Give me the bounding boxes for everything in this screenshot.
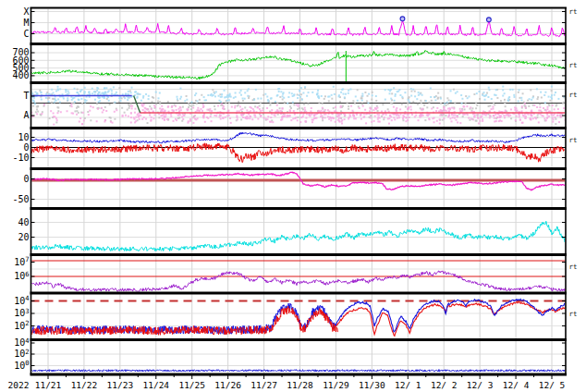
away-dots-dot — [135, 116, 137, 118]
toward-dots-dot — [207, 94, 209, 96]
gray-dots-dot — [299, 107, 300, 109]
gray-dots-dot — [445, 115, 446, 116]
toward-dots-dot — [361, 93, 363, 95]
away-dots-dot — [491, 108, 493, 110]
y-axis-label: 107 — [14, 255, 29, 267]
date-label: 11/22 — [71, 380, 98, 390]
away-dots-dot — [536, 106, 538, 108]
toward-dots-dot — [278, 91, 280, 92]
away-dots-dot — [397, 117, 398, 119]
gray-dots-dot — [190, 108, 192, 110]
toward-dots-dot — [41, 98, 43, 100]
toward-dots-dot — [118, 97, 120, 99]
away-dots-dot — [173, 120, 175, 122]
y-axis-label: T — [23, 91, 29, 101]
away-dots-dot — [324, 114, 325, 116]
gray-dots-dot — [447, 104, 449, 105]
toward-dots-dot — [536, 88, 538, 90]
y-axis-label: X — [23, 6, 29, 17]
toward-dots-dot — [367, 102, 369, 104]
gray-dots-dot — [300, 93, 302, 95]
gray-dots-dot — [159, 103, 161, 104]
gray-dots-dot — [377, 110, 379, 112]
toward-dots-dot — [276, 94, 278, 96]
gray-dots-dot — [479, 98, 481, 100]
away-dots-dot — [407, 119, 409, 121]
away-dots-dot — [286, 116, 287, 117]
away-dots-dot — [481, 116, 482, 117]
toward-dots-dot — [264, 93, 266, 95]
gray-dots-dot — [279, 96, 281, 98]
gray-dots-dot — [159, 101, 161, 103]
gray-dots-dot — [182, 106, 184, 108]
away-dots-dot — [282, 108, 284, 110]
gray-dots-dot — [279, 107, 281, 109]
toward-dots-dot — [300, 87, 302, 89]
toward-dots-dot — [155, 92, 157, 93]
away-dots-dot — [257, 118, 259, 120]
away-dots-dot — [508, 116, 510, 117]
toward-dots-dot — [502, 89, 504, 91]
gray-dots-dot — [129, 90, 131, 92]
gray-dots-dot — [500, 100, 502, 102]
y-axis-label: 100 — [14, 359, 29, 371]
series-b-total — [31, 132, 568, 143]
gray-dots-dot — [269, 104, 271, 106]
toward-dots-dot — [502, 95, 504, 97]
date-label: 12/ 3 — [467, 380, 494, 390]
away-dots-dot — [489, 115, 491, 116]
year-label: 2022 — [8, 380, 30, 390]
toward-dots-dot — [45, 93, 47, 95]
toward-dots-dot — [157, 97, 159, 99]
toward-dots-dot — [78, 99, 79, 101]
toward-dots-dot — [509, 89, 511, 91]
away-dots-dot — [153, 117, 154, 119]
away-dots-dot — [89, 110, 91, 112]
toward-dots-dot — [218, 95, 220, 97]
away-dots-dot — [472, 118, 474, 120]
toward-dots-dot — [495, 94, 497, 96]
gray-dots-dot — [383, 118, 385, 120]
toward-dots-dot — [419, 93, 421, 95]
away-dots-dot — [547, 116, 549, 118]
away-dots-dot — [154, 106, 156, 108]
toward-dots-dot — [531, 99, 532, 101]
gray-dots-dot — [324, 95, 326, 97]
gray-dots-dot — [128, 105, 130, 107]
away-dots-dot — [531, 115, 532, 116]
gray-dots-dot — [453, 89, 455, 91]
away-dots-dot — [524, 103, 526, 104]
gray-dots-dot — [354, 103, 356, 104]
toward-dots-dot — [197, 100, 199, 102]
gray-dots-dot — [324, 98, 325, 100]
away-dots-dot — [567, 117, 568, 119]
toward-dots-dot — [104, 88, 105, 90]
gray-dots-dot — [504, 102, 506, 104]
away-dots-dot — [567, 115, 568, 116]
away-dots-dot — [335, 106, 336, 108]
toward-dots-dot — [221, 93, 223, 95]
toward-dots-dot — [410, 95, 412, 97]
away-dots-dot — [53, 124, 55, 126]
chart-figure: XMCrt700600500400rtTArt100-10rt0-5040201… — [0, 0, 586, 392]
y-axis-label: 102 — [14, 348, 29, 360]
away-dots-dot — [302, 114, 304, 116]
toward-dots-dot — [137, 92, 139, 94]
away-dots-dot — [197, 107, 199, 109]
away-dots-dot — [133, 116, 135, 118]
away-dots-dot — [324, 109, 326, 111]
toward-dots-dot — [55, 90, 57, 92]
away-dots-dot — [207, 117, 209, 119]
away-dots-dot — [55, 117, 57, 119]
gray-dots-dot — [87, 111, 89, 113]
toward-dots-dot — [368, 93, 370, 95]
away-dots-dot — [532, 117, 534, 119]
toward-dots-dot — [142, 95, 144, 97]
panel-n — [31, 209, 568, 255]
away-dots-dot — [180, 109, 182, 111]
away-dots-dot — [492, 108, 494, 110]
gray-dots-dot — [37, 105, 39, 107]
away-dots-dot — [324, 116, 326, 118]
away-dots-dot — [462, 105, 464, 107]
date-label: 12/ 1 — [395, 380, 421, 390]
